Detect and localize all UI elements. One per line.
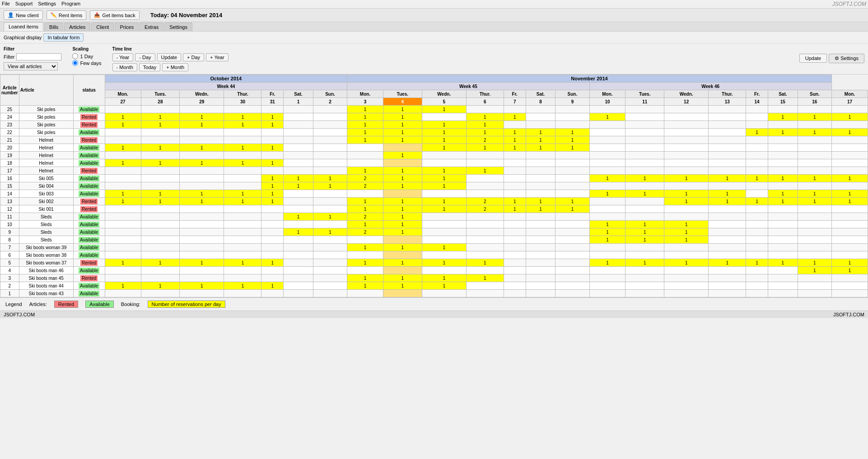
calendar-cell: 1 xyxy=(798,113,831,121)
calendar-cell: 2 xyxy=(466,136,504,144)
calendar-cell xyxy=(768,205,798,213)
menu-settings[interactable]: Settings xyxy=(38,1,56,7)
scaling-one-day-radio[interactable] xyxy=(72,53,78,59)
table-row: 15Ski 004Available111211 xyxy=(0,182,868,190)
calendar-cell xyxy=(768,144,798,152)
calendar-cell xyxy=(141,167,180,175)
calendar-cell: 1 xyxy=(422,106,466,113)
calendar-cell xyxy=(746,136,768,144)
calendar-cell xyxy=(664,267,709,274)
calendar-cell xyxy=(831,182,868,190)
article-number-cell: 2 xyxy=(0,282,19,290)
calendar-cell: 2 xyxy=(466,205,504,213)
calendar-cell: 1 xyxy=(589,259,625,267)
calendar-cell xyxy=(284,190,313,198)
calendar-cell xyxy=(664,274,709,282)
menu-file[interactable]: File xyxy=(2,1,10,7)
date-header-21: 17 xyxy=(831,98,868,106)
table-row: 16Ski 005Available11121111111111 xyxy=(0,175,868,182)
tab-extras[interactable]: Extras xyxy=(140,23,163,31)
calendar-cell xyxy=(105,182,141,190)
status-badge: Rented xyxy=(80,137,98,143)
calendar-cell xyxy=(313,167,347,175)
plus-month-button[interactable]: + Month xyxy=(162,63,188,71)
filter-sub-label: Filter xyxy=(4,54,14,60)
menu-support[interactable]: Support xyxy=(15,1,33,7)
calendar-cell: 1 xyxy=(261,159,284,167)
day-header-5: Sat. xyxy=(284,90,313,98)
tab-client[interactable]: Client xyxy=(91,23,114,31)
calendar-cell xyxy=(798,213,831,221)
calendar-cell xyxy=(589,136,625,144)
calendar-cell xyxy=(347,159,383,167)
rent-items-button[interactable]: ✏️ Rent items xyxy=(47,10,87,20)
calendar-cell xyxy=(180,136,224,144)
scaling-few-days-radio[interactable] xyxy=(72,60,78,66)
minus-month-button[interactable]: - Month xyxy=(112,63,137,71)
new-client-button[interactable]: 👤 New client xyxy=(4,10,43,20)
date-header-19: 15 xyxy=(768,98,798,106)
update-timeline-button[interactable]: Update xyxy=(157,53,181,61)
calendar-cell xyxy=(768,159,798,167)
tab-settings[interactable]: Settings xyxy=(164,23,192,31)
tab-bills[interactable]: Bills xyxy=(44,23,63,31)
table-row: 18HelmetAvailable11111 xyxy=(0,159,868,167)
article-name-cell: Ski boots man 45 xyxy=(19,274,73,282)
calendar-cell: 1 xyxy=(105,190,141,198)
get-items-back-button[interactable]: 📥 Get items back xyxy=(90,10,139,20)
settings-button[interactable]: ⚙ Settings xyxy=(829,54,864,63)
calendar-cell: 1 xyxy=(831,267,868,274)
table-row: 2Ski boots man 44Available11111111 xyxy=(0,282,868,290)
calendar-cell xyxy=(768,136,798,144)
calendar-cell xyxy=(284,290,313,297)
calendar-cell xyxy=(224,129,261,136)
table-row: 1Ski boots man 43Available xyxy=(0,290,868,297)
calendar-cell xyxy=(141,274,180,282)
today-button[interactable]: Today xyxy=(139,63,160,71)
calendar-cell xyxy=(555,244,589,251)
article-number-cell: 22 xyxy=(0,129,19,136)
calendar-cell xyxy=(224,106,261,113)
calendar-cell xyxy=(224,182,261,190)
article-number-cell: 13 xyxy=(0,198,19,205)
calendar-cell: 1 xyxy=(105,113,141,121)
calendar-cell xyxy=(180,182,224,190)
menu-program[interactable]: Program xyxy=(61,1,80,7)
update-button[interactable]: Update xyxy=(799,54,827,63)
article-number-cell: 12 xyxy=(0,205,19,213)
calendar-cell xyxy=(526,228,555,236)
calendar-cell xyxy=(746,167,768,175)
calendar-cell: 1 xyxy=(383,121,422,129)
plus-day-button[interactable]: + Day xyxy=(183,53,204,61)
calendar-cell: 1 xyxy=(261,121,284,129)
tab-loaned-items[interactable]: Loaned items xyxy=(4,22,43,31)
calendar-cell xyxy=(589,282,625,290)
status-badge: Available xyxy=(79,291,99,297)
calendar-cell xyxy=(589,144,625,152)
in-tabular-button[interactable]: In tabular form xyxy=(43,33,84,42)
article-number-cell: 5 xyxy=(0,259,19,267)
calendar-cell: 1 xyxy=(180,121,224,129)
get-items-back-icon: 📥 xyxy=(94,12,100,18)
calendar-cell xyxy=(284,244,313,251)
minus-year-button[interactable]: - Year xyxy=(112,53,134,61)
calendar-cell: 1 xyxy=(224,159,261,167)
calendar-cell: 1 xyxy=(831,190,868,198)
week-row: Week 44 Week 45 Week 46 xyxy=(0,83,868,90)
tab-prices[interactable]: Prices xyxy=(115,23,139,31)
status-cell: Available xyxy=(73,129,105,136)
minus-day-button[interactable]: - Day xyxy=(135,53,155,61)
calendar-cell xyxy=(746,267,768,274)
filter-input[interactable] xyxy=(16,53,61,60)
calendar-cell xyxy=(284,267,313,274)
calendar-cell xyxy=(798,290,831,297)
calendar-cell xyxy=(180,251,224,259)
calendar-scroll-area[interactable]: Article number Article status October 20… xyxy=(0,74,868,297)
status-badge: Rented xyxy=(80,275,98,281)
calendar-cell: 1 xyxy=(422,129,466,136)
tab-articles[interactable]: Articles xyxy=(64,23,90,31)
article-name-cell: Helmet xyxy=(19,152,73,159)
calendar-cell xyxy=(625,274,664,282)
plus-year-button[interactable]: + Year xyxy=(206,53,229,61)
filter-articles-select[interactable]: View all articles xyxy=(4,62,58,70)
